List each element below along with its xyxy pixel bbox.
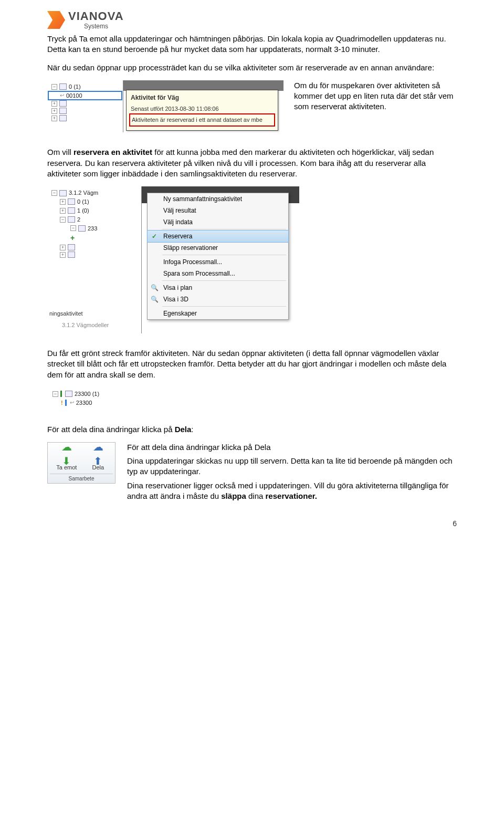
menu-select-result[interactable]: Välj resultat — [148, 205, 288, 216]
figure-tooltip-block: − 0 (1) ↩ 00100 + + + — [47, 80, 457, 133]
menu-reserve[interactable]: ✓Reservera — [148, 231, 288, 242]
activity-tooltip: Aktivitet för Väg Senast utfört 2013-08-… — [126, 90, 278, 131]
context-menu: Ny sammanfattningsaktivitet Välj resulta… — [147, 193, 289, 320]
brand-sub: Systems — [84, 23, 124, 29]
collapse-icon[interactable]: − — [70, 225, 76, 231]
menu-properties[interactable]: Egenskaper — [148, 308, 288, 319]
tree-item-label: 23300 (1) — [75, 390, 99, 398]
expand-icon[interactable]: + — [60, 245, 66, 250]
collapse-icon[interactable]: − — [51, 84, 57, 90]
text-bold: Dela — [175, 425, 192, 434]
text: Om vill — [47, 148, 74, 156]
blank-icon — [150, 217, 159, 227]
ribbon-group-screenshot: ☁⬇ Ta emot ☁⬆ Dela Samarbete — [47, 442, 116, 484]
expand-icon[interactable]: + — [60, 252, 66, 258]
tree-item-label: 0 (1) — [77, 198, 89, 206]
tree-row-blue[interactable]: ! ↩ 23300 — [49, 399, 150, 407]
tree-item-label: 00100 — [66, 92, 82, 100]
blank-icon — [150, 194, 159, 204]
expand-icon[interactable]: + — [60, 208, 66, 214]
blank-icon — [150, 206, 159, 215]
cut-title: 3.1.2 Vägmodeller — [62, 321, 109, 329]
collapse-icon[interactable]: − — [60, 217, 66, 223]
text: dina — [246, 491, 266, 500]
blank-icon — [150, 309, 159, 318]
tree-node-icon — [65, 391, 72, 397]
magnifier-icon: 🔍 — [150, 295, 159, 304]
cloud-download-icon: ☁⬇ — [58, 446, 75, 463]
expand-icon[interactable]: + — [60, 199, 66, 205]
tree-node-icon — [59, 83, 67, 90]
ribbon-group-label: Samarbete — [50, 474, 113, 483]
brand-name: VIANOVA — [68, 11, 124, 22]
road-arrow-icon: ↩ — [70, 399, 74, 406]
tree-node-icon — [59, 115, 67, 121]
tree-node-icon — [59, 190, 67, 196]
process-tree-panel: − 0 (1) ↩ 00100 + + + — [47, 80, 123, 133]
tree-node-icon — [68, 198, 75, 205]
expand-icon[interactable]: + — [51, 108, 57, 114]
tooltip-title: Aktivitet för Väg — [131, 93, 274, 102]
road-arrow-icon: ↩ — [60, 92, 64, 99]
share-block: ☁⬇ Ta emot ☁⬆ Dela Samarbete För att del… — [47, 442, 457, 505]
page-number: 6 — [453, 519, 457, 529]
menu-label: Välj resultat — [163, 206, 196, 215]
menu-separator — [162, 255, 286, 255]
text-line: Dina reservationer ligger också med i up… — [127, 480, 457, 502]
paragraph-intro: Tryck på Ta emot alla uppdateringar och … — [47, 34, 457, 55]
tree-item-label[interactable]: 0 (1) — [69, 83, 81, 91]
tree-item-label: 3.1.2 Vägm — [69, 189, 98, 197]
tree-item-label: 23300 — [76, 399, 92, 407]
plus-green-icon[interactable]: + — [70, 233, 75, 243]
menu-separator — [162, 229, 286, 229]
menu-label: Visa i plan — [163, 284, 192, 292]
magnifier-icon: 🔍 — [150, 283, 159, 292]
paragraph-green-blue: Du får ett grönt streck framför aktivite… — [47, 348, 457, 380]
menu-label: Släpp reservationer — [163, 244, 218, 252]
collapse-icon[interactable]: − — [52, 391, 58, 397]
menu-save-template[interactable]: Spara som Processmall... — [148, 268, 288, 279]
menu-label: Reservera — [163, 232, 192, 240]
menu-insert-template[interactable]: Infoga Processmall... — [148, 256, 288, 268]
menu-label: Egenskaper — [163, 309, 197, 318]
paragraph-share: För att dela dina ändringar klicka på De… — [47, 424, 457, 435]
tooltip-last-run: Senast utfört 2013-08-30 11:08:06 — [131, 105, 274, 113]
tree-node-icon — [78, 225, 86, 232]
collapse-icon[interactable]: − — [51, 190, 57, 196]
blank-icon — [150, 257, 159, 267]
text-bold: reservera en aktivitet — [74, 148, 152, 156]
text-bold: reservationer. — [266, 491, 317, 500]
menu-release[interactable]: Släpp reservationer — [148, 242, 288, 254]
tree-item-00100[interactable]: ↩ 00100 — [48, 91, 122, 100]
blank-icon — [150, 269, 159, 278]
text-line: För att dela dina ändringar klicka på De… — [127, 442, 457, 453]
green-status-bar-icon — [60, 391, 62, 397]
tree-tooltip-screenshot: − 0 (1) ↩ 00100 + + + — [47, 80, 284, 133]
vianova-icon — [47, 11, 65, 29]
menu-separator — [162, 280, 286, 281]
status-bar-screenshot: − 23300 (1) ! ↩ 23300 — [47, 387, 152, 410]
menu-select-indata[interactable]: Välj indata — [148, 216, 288, 228]
receive-button[interactable]: ☁⬇ Ta emot — [56, 446, 77, 472]
menu-show-plan[interactable]: 🔍Visa i plan — [148, 282, 288, 294]
expand-icon[interactable]: + — [51, 116, 57, 121]
tree-item-label: 233 — [88, 225, 97, 233]
tree-row-green[interactable]: − 23300 (1) — [49, 390, 150, 399]
tree-node-icon — [59, 108, 67, 114]
share-button[interactable]: ☁⬆ Dela — [90, 446, 107, 472]
blue-status-bar-icon — [65, 400, 67, 406]
expand-icon[interactable]: + — [51, 101, 57, 107]
menu-new-summary[interactable]: Ny sammanfattningsaktivitet — [148, 193, 288, 205]
tree-item-label: 2 — [77, 216, 80, 224]
menu-show-3d[interactable]: 🔍Visa i 3D — [148, 294, 288, 305]
menu-label: Ny sammanfattningsaktivitet — [163, 195, 242, 203]
text: För att dela dina ändringar klicka på — [47, 425, 175, 434]
text: : — [191, 425, 193, 434]
brand-logo: VIANOVA Systems — [47, 11, 457, 29]
share-explanation: För att dela dina ändringar klicka på De… — [127, 442, 457, 505]
tree-node-icon — [68, 252, 75, 258]
cloud-upload-icon: ☁⬆ — [90, 446, 107, 463]
tree-node-icon — [68, 244, 75, 250]
tree-node-icon — [59, 100, 67, 107]
paragraph-reserve: Om vill reservera en aktivitet för att k… — [47, 147, 457, 179]
